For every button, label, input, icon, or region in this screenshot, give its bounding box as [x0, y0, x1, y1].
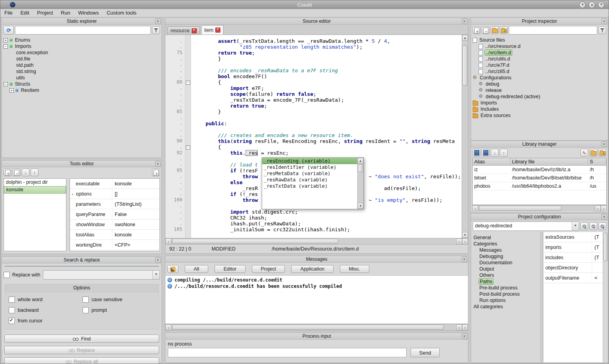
tree-item[interactable]: Post-build process	[471, 291, 540, 297]
tree-item[interactable]: −Structs	[2, 81, 161, 87]
clear-messages-button[interactable]	[167, 265, 178, 273]
completion-scrollbar[interactable]	[357, 158, 363, 209]
open-folder-button[interactable]: +	[500, 26, 508, 34]
scrollbar-thumb[interactable]	[172, 239, 338, 244]
library-row[interactable]: phobos/usr/lib64/libphobos2.a/us	[473, 182, 606, 190]
scroll-right-icon[interactable]	[601, 205, 607, 211]
tree-item[interactable]: −Imports	[2, 43, 161, 49]
expand-arrow-icon[interactable]	[70, 192, 75, 196]
code-line[interactable]	[193, 126, 462, 132]
splitter[interactable]	[540, 232, 543, 362]
move-library-up-button[interactable]	[500, 149, 508, 157]
column-header-library-file[interactable]: Library file	[510, 158, 588, 165]
expander-icon[interactable]: +	[4, 38, 8, 42]
tree-item[interactable]: Output	[471, 266, 540, 272]
close-panel-icon[interactable]	[602, 18, 607, 24]
close-panel-icon[interactable]	[155, 257, 161, 263]
tab-item[interactable]: item	[201, 25, 224, 35]
code-line[interactable]: }	[193, 56, 462, 62]
process-input-field[interactable]	[168, 348, 407, 357]
maximize-button[interactable]: ▴	[589, 2, 595, 8]
tool-list-item[interactable]: dolphin - project dir	[4, 179, 66, 186]
menu-project[interactable]: Project	[33, 9, 57, 17]
tree-item[interactable]: std.path	[2, 62, 161, 68]
menu-file[interactable]: File	[0, 9, 17, 17]
tree-item[interactable]: Source files	[471, 37, 608, 43]
remove-library-button[interactable]: −	[482, 149, 490, 157]
checkbox-box[interactable]	[9, 296, 15, 303]
property-value[interactable]: []	[112, 191, 160, 197]
edit-library-button[interactable]	[580, 149, 588, 157]
scroll-up-icon[interactable]	[358, 158, 363, 164]
replace-term-combobox[interactable]: ▼	[43, 270, 160, 280]
property-row[interactable]: queryParameFalse	[70, 209, 160, 219]
tree-item[interactable]: ../src/utils.d	[471, 56, 608, 62]
option-whole-word[interactable]: whole word	[9, 296, 81, 303]
replace-term-value[interactable]	[43, 271, 152, 279]
library-horizontal-scrollbar[interactable]	[472, 205, 607, 211]
column-header-alias[interactable]: Alias	[473, 158, 510, 165]
code-line[interactable]: bool encodee7F()	[193, 73, 462, 79]
add-tool-button[interactable]: +	[4, 168, 11, 176]
filter-project-button[interactable]: Project	[252, 265, 285, 273]
editor-vertical-scrollbar[interactable]	[462, 35, 468, 238]
refresh-button[interactable]	[4, 26, 14, 35]
property-value[interactable]: (T	[592, 255, 603, 260]
add-folder-button[interactable]	[491, 26, 499, 34]
code-line[interactable]: this._res = resEnc;	[193, 150, 462, 156]
close-panel-icon[interactable]	[602, 214, 607, 219]
shade-button[interactable]: ▾	[579, 2, 586, 8]
tree-item[interactable]: debug	[471, 81, 608, 87]
replace-button[interactable]: Replace	[4, 346, 159, 354]
option-case-sensitive[interactable]: case sensitive	[83, 296, 155, 303]
scroll-up-icon[interactable]	[462, 35, 468, 41]
tree-item[interactable]: All categories	[471, 304, 540, 310]
library-row[interactable]: iz/home/basile/Dev/Iz/lib/iz.a/h	[473, 166, 606, 174]
close-panel-icon[interactable]	[602, 141, 607, 147]
menu-windows[interactable]: Windows	[74, 9, 103, 17]
tree-item[interactable]: Paths	[471, 278, 540, 285]
code-line[interactable]: return true;	[193, 103, 462, 109]
tool-list-item[interactable]: konsole	[4, 186, 66, 194]
option-prompt[interactable]: prompt	[83, 307, 155, 313]
tree-item[interactable]: Configurations	[471, 75, 608, 81]
completion-item[interactable]: _resTxtData (variable)	[262, 183, 357, 189]
tree-item[interactable]: utils	[2, 75, 161, 81]
tree-item[interactable]: release	[471, 87, 608, 93]
tree-item[interactable]: Others	[471, 272, 540, 278]
checkbox-box[interactable]	[83, 307, 89, 313]
filter-misc-button[interactable]: Misc.	[340, 265, 369, 273]
checkbox-box[interactable]	[83, 296, 89, 303]
replace-all-button[interactable]: Replace all	[4, 357, 159, 364]
property-row[interactable]: parameters(TStringList)	[70, 199, 160, 209]
menu-run[interactable]: Run	[57, 9, 74, 17]
code-line[interactable]	[193, 115, 462, 121]
property-value[interactable]: <	[592, 275, 603, 281]
property-row[interactable]: executablekonsole	[70, 179, 160, 189]
property-row[interactable]: includes(T	[543, 252, 603, 263]
library-from-folder-button[interactable]	[589, 149, 597, 157]
messages-horizontal-scrollbar[interactable]	[165, 324, 468, 330]
completion-item[interactable]: _resRawData (variable)	[262, 177, 357, 183]
property-value[interactable]: <CFP>	[112, 242, 160, 248]
tree-item[interactable]: std.string	[2, 68, 161, 75]
property-value[interactable]: konsole	[112, 232, 160, 238]
tree-item[interactable]: +Enums	[2, 37, 161, 43]
tree-item[interactable]: Messages	[471, 247, 540, 253]
tree-item[interactable]: ../src/e7F.d	[471, 62, 608, 68]
tree-item[interactable]: Documentation	[471, 260, 540, 266]
close-panel-icon[interactable]	[155, 18, 161, 24]
close-button[interactable]: ✕	[598, 2, 605, 8]
scrollbar-thumb[interactable]	[603, 233, 607, 261]
scrollbar-thumb[interactable]	[462, 46, 468, 86]
remove-source-button[interactable]: −	[482, 26, 490, 34]
filter-button[interactable]	[598, 26, 606, 34]
fold-collapse-icon[interactable]	[186, 80, 190, 85]
tree-item[interactable]: debug-redirected (active)	[471, 93, 608, 100]
scroll-right-icon[interactable]	[462, 324, 468, 330]
find-button[interactable]: Find	[4, 335, 159, 343]
column-header-s[interactable]: S	[588, 158, 606, 165]
code-line[interactable]: _resTxtData = encode_7F(_resRawData);	[193, 97, 462, 103]
filter-application-button[interactable]: Application	[291, 265, 333, 273]
filter-button[interactable]	[152, 26, 160, 34]
